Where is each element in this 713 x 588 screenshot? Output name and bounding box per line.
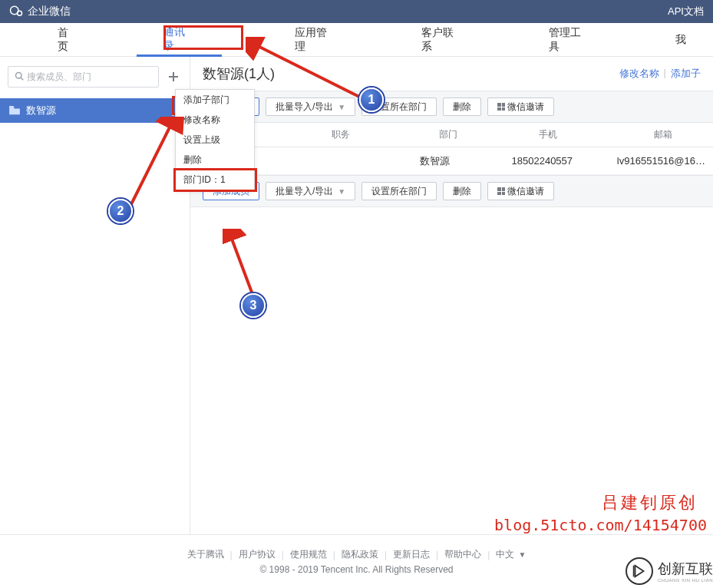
toolbar-bottom: 添加成员 批量导入/导出▼ 设置所在部门 删除 微信邀请 <box>190 175 713 207</box>
col-email: 邮箱 <box>646 128 713 141</box>
set-dept-button[interactable]: 设置所在部门 <box>361 97 437 116</box>
wecom-logo-icon <box>9 5 23 18</box>
badge-text-en: CHUANG XIN HU LIAN <box>658 578 713 583</box>
footer-link[interactable]: 更新日志 <box>393 548 430 561</box>
menu-set-parent[interactable]: 设置上级 <box>176 130 254 150</box>
nav-contacts[interactable]: 通讯录 <box>137 23 222 57</box>
folder-icon <box>9 106 20 115</box>
col-dept: 部门 <box>431 128 531 141</box>
cell-dept: 数智源 <box>412 154 503 168</box>
batch-io-button-2[interactable]: 批量导入/导出▼ <box>266 182 355 200</box>
col-title: 职务 <box>324 128 431 141</box>
brand-badge: 创新互联 CHUANG XIN HU LIAN <box>626 557 713 585</box>
nav-more[interactable]: 我 <box>649 23 713 57</box>
more-icon <box>172 106 174 116</box>
footer-link[interactable]: 用户协议 <box>239 548 276 561</box>
rename-link[interactable]: 修改名称 <box>619 67 659 81</box>
page-title: 数智源(1人) <box>203 64 275 83</box>
footer-link[interactable]: 隐私政策 <box>342 548 378 561</box>
qr-icon <box>497 103 505 111</box>
add-sub-link[interactable]: 添加子 <box>671 67 701 81</box>
caret-down-icon: ▼ <box>338 187 345 196</box>
svg-point-2 <box>16 72 22 78</box>
members-table: 姓名 职务 部门 手机 邮箱 钊 数智源 18502240557 lv91655… <box>190 123 713 175</box>
copyright: © 1998 - 2019 Tencent Inc. All Rights Re… <box>259 564 453 575</box>
add-button[interactable] <box>165 68 182 85</box>
dept-name-label: 数智源 <box>26 104 159 117</box>
watermark-url: blog.51cto.com/14154700 <box>494 516 707 534</box>
table-header: 姓名 职务 部门 手机 邮箱 <box>190 123 713 147</box>
main-area: 数智源 添加子部门 修改名称 设置上级 删除 部门ID：1 数智源(1人) 修改… <box>0 57 713 534</box>
delete-button[interactable]: 删除 <box>443 97 481 116</box>
footer-lang[interactable]: 中文 ▼ <box>496 548 526 561</box>
watermark-author: 吕建钊原创 <box>602 491 698 514</box>
nav-tools[interactable]: 管理工具 <box>522 23 618 57</box>
main-nav: 首页 通讯录 应用管理 客户联系 管理工具 我 <box>0 23 713 57</box>
dept-item[interactable]: 数智源 <box>0 98 190 123</box>
cell-phone: 18502240557 <box>504 155 609 167</box>
set-dept-button-2[interactable]: 设置所在部门 <box>361 182 437 200</box>
wx-invite-button[interactable]: 微信邀请 <box>487 97 554 116</box>
search-input[interactable] <box>27 71 152 82</box>
footer: 关于腾讯| 用户协议| 使用规范| 隐私政策| 更新日志| 帮助中心| 中文 ▼… <box>0 534 713 588</box>
api-docs-link[interactable]: API文档 <box>668 5 704 18</box>
wx-invite-button-2[interactable]: 微信邀请 <box>487 182 554 200</box>
table-row[interactable]: 钊 数智源 18502240557 lv916551516@16… <box>190 147 713 175</box>
app-title: 企业微信 <box>28 5 71 18</box>
dept-context-menu: 添加子部门 修改名称 设置上级 删除 部门ID：1 <box>175 89 255 190</box>
qr-icon <box>497 187 505 195</box>
nav-home[interactable]: 首页 <box>31 23 106 57</box>
footer-link[interactable]: 帮助中心 <box>444 548 481 561</box>
menu-rename[interactable]: 修改名称 <box>176 110 254 130</box>
delete-button-2[interactable]: 删除 <box>443 182 481 200</box>
batch-io-button[interactable]: 批量导入/导出▼ <box>266 97 355 116</box>
toolbar-top: 添加成员 批量导入/导出▼ 设置所在部门 删除 微信邀请 <box>190 91 713 123</box>
menu-add-sub-dept[interactable]: 添加子部门 <box>176 90 254 110</box>
footer-link[interactable]: 关于腾讯 <box>187 548 224 561</box>
nav-customers[interactable]: 客户联系 <box>394 23 490 57</box>
app-header: 企业微信 API文档 <box>0 0 713 23</box>
menu-delete[interactable]: 删除 <box>176 150 254 170</box>
search-icon <box>15 71 24 83</box>
content-area: 数智源(1人) 修改名称 | 添加子 添加成员 批量导入/导出▼ 设置所在部门 … <box>190 57 713 534</box>
col-phone: 手机 <box>531 128 646 141</box>
divider: | <box>664 67 666 81</box>
nav-apps[interactable]: 应用管理 <box>268 23 364 57</box>
footer-links: 关于腾讯| 用户协议| 使用规范| 隐私政策| 更新日志| 帮助中心| 中文 ▼ <box>187 548 526 561</box>
sidebar: 数智源 添加子部门 修改名称 设置上级 删除 部门ID：1 <box>0 57 190 534</box>
cell-email: lv916551516@16… <box>609 155 713 167</box>
badge-icon <box>626 557 653 585</box>
caret-down-icon: ▼ <box>338 103 345 111</box>
search-box[interactable] <box>8 66 159 88</box>
footer-link[interactable]: 使用规范 <box>290 548 327 561</box>
svg-line-3 <box>21 78 23 80</box>
badge-text-cn: 创新互联 <box>658 560 713 578</box>
menu-dept-id: 部门ID：1 <box>176 170 254 190</box>
